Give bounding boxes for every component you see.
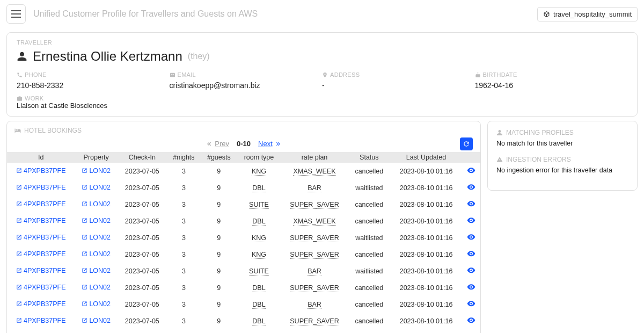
col-rate: rate plan	[281, 152, 348, 163]
app-title: Unified Customer Profile for Travellers …	[33, 9, 258, 19]
booking-checkin: 2023-07-05	[118, 196, 167, 213]
booking-row: 4PXPB37PFELON022023-07-0539DBLBARcancell…	[7, 296, 480, 313]
ingestion-label: INGESTION ERRORS	[496, 156, 628, 163]
booking-id-link[interactable]: 4PXPB37PFE	[7, 246, 75, 263]
booking-view-button[interactable]	[462, 313, 480, 329]
col-nights: #nights	[167, 152, 201, 163]
eye-icon	[467, 283, 475, 291]
booking-id-link[interactable]: 4PXPB37PFE	[7, 263, 75, 279]
booking-updated: 2023-08-10 01:16	[390, 229, 462, 246]
booking-room: KNG	[237, 229, 281, 246]
booking-property-link[interactable]: LON02	[75, 279, 117, 296]
booking-status: cancelled	[348, 296, 390, 313]
booking-rate: BAR	[281, 179, 348, 196]
traveller-label: TRAVELLER	[17, 39, 627, 46]
booking-updated: 2023-08-10 01:16	[390, 279, 462, 296]
booking-row: 4PXPB37PFELON022023-07-0539KNGSUPER_SAVE…	[7, 229, 480, 246]
booking-view-button[interactable]	[462, 179, 480, 196]
matching-label: MATCHING PROFILES	[496, 129, 628, 136]
booking-view-button[interactable]	[462, 196, 480, 213]
environment-selector[interactable]: travel_hospitality_summit	[537, 7, 638, 21]
booking-updated: 2023-08-10 01:16	[390, 213, 462, 229]
booking-status: cancelled	[348, 279, 390, 296]
booking-checkin: 2023-07-05	[118, 296, 167, 313]
booking-id-link[interactable]: 4PXPB37PFE	[7, 229, 75, 246]
col-checkin: Check-In	[118, 152, 167, 163]
booking-room: DBL	[237, 279, 281, 296]
booking-id-link[interactable]: 4PXPB37PFE	[7, 313, 75, 329]
booking-view-button[interactable]	[462, 263, 480, 279]
booking-property-link[interactable]: LON02	[75, 313, 117, 329]
booking-room: DBL	[237, 313, 281, 329]
booking-updated: 2023-08-10 01:16	[390, 179, 462, 196]
booking-status: cancelled	[348, 163, 390, 179]
booking-view-button[interactable]	[462, 296, 480, 313]
work-value: Liaison at Castle Biosciences	[17, 102, 627, 110]
booking-id-link[interactable]: 4PXPB37PFE	[7, 296, 75, 313]
col-guests: #guests	[201, 152, 237, 163]
booking-view-button[interactable]	[462, 246, 480, 263]
booking-nights: 3	[167, 213, 201, 229]
booking-id-link[interactable]: 4PXPB37PFE	[7, 179, 75, 196]
phone-icon	[17, 72, 23, 78]
bookings-table: Id Property Check-In #nights #guests roo…	[7, 152, 480, 329]
booking-rate: XMAS_WEEK	[281, 163, 348, 179]
eye-icon	[467, 316, 475, 324]
eye-icon	[467, 166, 475, 175]
eye-icon	[467, 216, 475, 225]
booking-guests: 9	[201, 313, 237, 329]
pager-next[interactable]: Next	[258, 140, 281, 148]
bookings-section-label: HOTEL BOOKINGS	[7, 127, 480, 134]
booking-status: cancelled	[348, 213, 390, 229]
booking-property-link[interactable]: LON02	[75, 179, 117, 196]
booking-nights: 3	[167, 246, 201, 263]
menu-button[interactable]	[6, 4, 26, 24]
email-value: cristinakoepp@stroman.biz	[170, 81, 323, 90]
booking-checkin: 2023-07-05	[118, 229, 167, 246]
booking-nights: 3	[167, 179, 201, 196]
eye-icon	[467, 299, 475, 308]
booking-nights: 3	[167, 229, 201, 246]
double-chevron-left-icon	[206, 141, 213, 147]
address-value: -	[322, 81, 475, 90]
booking-updated: 2023-08-10 01:16	[390, 313, 462, 329]
booking-row: 4PXPB37PFELON022023-07-0539KNGSUPER_SAVE…	[7, 246, 480, 263]
booking-property-link[interactable]: LON02	[75, 196, 117, 213]
booking-rate: XMAS_WEEK	[281, 213, 348, 229]
booking-room: DBL	[237, 213, 281, 229]
booking-view-button[interactable]	[462, 163, 480, 179]
email-icon	[170, 72, 175, 78]
booking-property-link[interactable]: LON02	[75, 296, 117, 313]
booking-id-link[interactable]: 4PXPB37PFE	[7, 213, 75, 229]
refresh-button[interactable]	[460, 137, 473, 150]
booking-property-link[interactable]: LON02	[75, 163, 117, 179]
booking-property-link[interactable]: LON02	[75, 246, 117, 263]
pager-prev[interactable]: Prev	[206, 140, 229, 148]
booking-property-link[interactable]: LON02	[75, 229, 117, 246]
booking-checkin: 2023-07-05	[118, 213, 167, 229]
col-actions	[462, 152, 480, 163]
booking-guests: 9	[201, 196, 237, 213]
booking-room: SUITE	[237, 196, 281, 213]
side-panel: MATCHING PROFILES No match for this trav…	[487, 121, 638, 191]
traveller-name: Ernestina Ollie Kertzmann	[33, 49, 182, 64]
booking-guests: 9	[201, 229, 237, 246]
booking-id-link[interactable]: 4PXPB37PFE	[7, 279, 75, 296]
booking-view-button[interactable]	[462, 229, 480, 246]
booking-property-link[interactable]: LON02	[75, 263, 117, 279]
user-icon	[17, 51, 27, 62]
booking-id-link[interactable]: 4PXPB37PFE	[7, 163, 75, 179]
booking-rate: BAR	[281, 296, 348, 313]
booking-status: cancelled	[348, 196, 390, 213]
refresh-icon	[463, 140, 470, 148]
booking-view-button[interactable]	[462, 213, 480, 229]
booking-checkin: 2023-07-05	[118, 263, 167, 279]
booking-property-link[interactable]: LON02	[75, 213, 117, 229]
booking-row: 4PXPB37PFELON022023-07-0539DBLBARwaitlis…	[7, 179, 480, 196]
booking-checkin: 2023-07-05	[118, 179, 167, 196]
booking-status: waitlisted	[348, 229, 390, 246]
booking-view-button[interactable]	[462, 279, 480, 296]
booking-checkin: 2023-07-05	[118, 246, 167, 263]
booking-id-link[interactable]: 4PXPB37PFE	[7, 196, 75, 213]
booking-updated: 2023-08-10 01:16	[390, 163, 462, 179]
